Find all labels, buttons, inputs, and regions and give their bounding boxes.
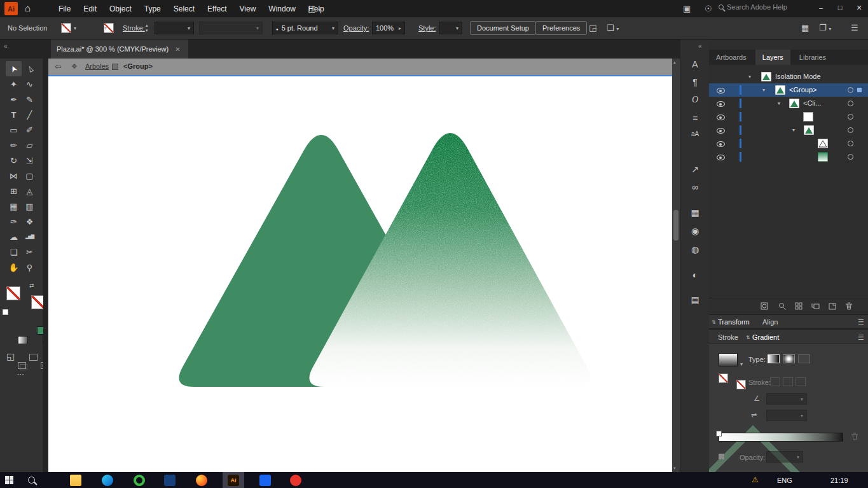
workspace-switcher-icon[interactable]: ❐ ▾ (819, 23, 831, 32)
menu-object[interactable]: Object (103, 0, 138, 17)
visibility-eye-icon[interactable] (717, 155, 725, 160)
document-setup-button[interactable]: Document Setup (470, 21, 536, 35)
target-circle-icon[interactable] (848, 141, 853, 146)
stroke-label[interactable]: Stroke: (123, 24, 145, 32)
shaper-tool[interactable]: ✏ (6, 137, 22, 153)
new-sublayer-icon[interactable] (811, 302, 820, 310)
rotate-tool[interactable]: ↻ (6, 153, 22, 168)
eyedropper-tool[interactable]: ✑ (6, 214, 22, 229)
expander-icon[interactable]: ▾ (748, 74, 751, 80)
rectangle-tool[interactable]: ▭ (6, 122, 22, 137)
maximize-button[interactable]: □ (833, 4, 847, 11)
gradient-panel-menu-icon[interactable]: ☰ (858, 333, 864, 342)
line-segment-tool[interactable]: ╱ (22, 107, 38, 122)
close-button[interactable]: ✕ (852, 4, 866, 12)
workspace-panel-icon[interactable]: ▣ (683, 4, 691, 13)
menu-view[interactable]: View (233, 0, 263, 17)
gradient-preset-chevron-icon[interactable]: ▾ (740, 361, 743, 367)
character-styles-panel-icon[interactable]: aA (680, 130, 710, 137)
target-circle-icon[interactable] (848, 114, 853, 120)
tab-libraries[interactable]: Libraries (792, 50, 833, 65)
links-panel-icon[interactable]: ∞ (680, 182, 710, 192)
slice-tool[interactable]: ✂ (22, 244, 38, 260)
home-icon[interactable]: ⌂ (25, 3, 31, 13)
color-guide-panel-icon[interactable]: ◍ (680, 244, 710, 254)
target-circle-icon[interactable] (848, 87, 853, 93)
visibility-eye-icon[interactable] (717, 88, 725, 94)
stroke-weight-combo[interactable]: ▾ (155, 22, 194, 34)
zoom-tool[interactable]: ⚲ (22, 260, 38, 275)
gradient-slider-left-stop[interactable] (716, 431, 722, 436)
tab-artboards[interactable]: Artboards (709, 50, 754, 65)
app-red-button[interactable] (286, 472, 305, 488)
app-blue-button[interactable] (256, 472, 275, 488)
scale-tool[interactable]: ⇲ (22, 153, 38, 168)
mesh-tool[interactable]: ▦ (6, 199, 22, 214)
file-explorer-button[interactable] (66, 472, 85, 488)
gradient-button[interactable] (18, 336, 28, 344)
firefox-button[interactable] (192, 472, 211, 488)
fill-swatch-chevron-icon[interactable]: ▾ (74, 25, 76, 31)
selection-tool[interactable]: ➤ (6, 61, 22, 76)
document-tab[interactable]: Plaza.ai* @ 300 % (CMYK/Preview) ✕ (51, 39, 188, 59)
target-circle-icon[interactable] (848, 127, 853, 133)
menu-select[interactable]: Select (167, 0, 201, 17)
collect-for-export-icon[interactable] (794, 302, 803, 310)
visibility-eye-icon[interactable] (717, 101, 725, 107)
preferences-button[interactable]: Preferences (535, 21, 587, 35)
character-panel-icon[interactable]: A (680, 59, 710, 69)
gradient-opacity-combo[interactable]: ▾ (766, 451, 803, 463)
target-circle-icon[interactable] (848, 154, 853, 160)
fill-proxy-swatch[interactable] (6, 286, 20, 300)
gradient-stroke-proxy[interactable] (736, 380, 746, 389)
paragraph-styles-panel-icon[interactable]: ≡ (680, 113, 710, 123)
edge-button[interactable] (98, 472, 117, 488)
color-panel-icon[interactable]: ◉ (680, 226, 710, 236)
delete-stop-icon[interactable] (850, 432, 859, 441)
clock[interactable]: 21:19 (830, 477, 848, 484)
gradient-tool[interactable]: ▥ (22, 199, 38, 214)
draw-behind-mode-icon[interactable] (18, 362, 26, 369)
tab-transform[interactable]: Transform (718, 318, 750, 326)
app-navy-button[interactable] (160, 472, 179, 488)
appearance-panel-icon[interactable]: ▤ (680, 295, 710, 305)
discover-lightbulb-icon[interactable]: ☉ (705, 4, 712, 13)
brush-definition-combo[interactable]: 5 pt. Round ▾ (272, 22, 338, 34)
curvature-tool[interactable]: ✎ (22, 92, 38, 107)
swatches-panel-icon[interactable]: ▦ (680, 207, 710, 218)
stroke-weight-stepper[interactable]: ▴▾ (146, 23, 148, 33)
panel-collapse-icon[interactable]: ⇅ (746, 335, 750, 340)
stroke-within-button[interactable] (770, 377, 780, 386)
control-panel-menu-icon[interactable]: ☰ (851, 23, 858, 32)
opacity-label[interactable]: Opacity: (343, 24, 369, 32)
tab-align[interactable]: Align (762, 318, 778, 326)
width-profile-combo[interactable]: ▾ (199, 22, 263, 34)
tray-warning-icon[interactable]: ⚠ (752, 475, 759, 484)
taskbar-search-button[interactable] (22, 472, 41, 488)
target-circle-icon[interactable] (848, 101, 853, 106)
paintbrush-tool[interactable]: ✐ (22, 122, 38, 137)
select-similar-icon[interactable]: ❏ ▾ (607, 23, 619, 32)
freeform-gradient-type-button[interactable] (798, 354, 810, 363)
expander-icon[interactable]: ▾ (762, 87, 765, 93)
blend-tool[interactable]: ❖ (22, 214, 38, 229)
layer-row-white-rect[interactable] (709, 110, 868, 123)
tab-gradient[interactable]: Gradient (752, 333, 779, 341)
symbols-panel-icon[interactable]: ◐ (680, 270, 710, 280)
expander-icon[interactable]: ▾ (778, 101, 780, 106)
hand-tool[interactable]: ✋ (6, 260, 22, 275)
eraser-tool[interactable]: ▱ (22, 137, 38, 153)
gradient-fill-proxy[interactable] (719, 373, 728, 383)
gradient-aspect-combo[interactable]: ▾ (766, 410, 807, 421)
draw-normal-mode-icon[interactable] (29, 354, 38, 361)
isolate-object-icon[interactable]: ◲ (589, 23, 596, 32)
asset-export-panel-icon[interactable]: ↗ (680, 164, 710, 174)
tab-layers[interactable]: Layers (755, 50, 790, 65)
style-label[interactable]: Style: (418, 24, 436, 32)
menu-window[interactable]: Window (262, 0, 302, 17)
artwork[interactable] (48, 76, 672, 472)
menu-type[interactable]: Type (138, 0, 167, 17)
artboard-tool[interactable]: ❏ (6, 244, 22, 260)
paragraph-panel-icon[interactable]: ¶ (680, 77, 710, 87)
minimize-button[interactable]: – (814, 4, 828, 11)
